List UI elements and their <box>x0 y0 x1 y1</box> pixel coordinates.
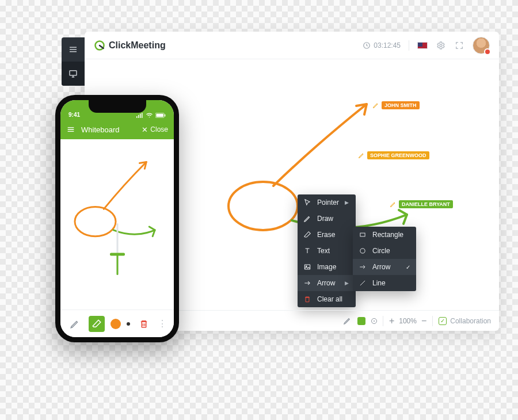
phone-time: 9:41 <box>68 112 80 118</box>
tool-draw[interactable]: Draw <box>298 211 356 227</box>
hamburger-icon[interactable] <box>66 125 75 134</box>
battery-icon <box>155 113 166 118</box>
phone-screen: 9:41 Whiteboard ✕ Close <box>60 100 174 337</box>
phone-notch <box>89 100 146 113</box>
pencil-icon <box>303 215 311 223</box>
phone-header: Whiteboard ✕ Close <box>60 120 174 139</box>
participant-name: SOPHIE GREENWOOD <box>367 151 429 159</box>
phone-stroke-size[interactable] <box>127 322 130 326</box>
phone-header-title: Whiteboard <box>81 125 142 134</box>
svg-line-19 <box>360 281 365 285</box>
tools-menu: Pointer ▶ Draw Erase Text Image Arrow <box>298 194 356 307</box>
circle-icon <box>359 247 367 255</box>
topbar-right: 03:12:45 <box>363 37 490 54</box>
zoom-controls: + 100% − <box>389 316 426 326</box>
chevron-right-icon: ▶ <box>345 200 349 205</box>
status-indicator <box>484 48 491 55</box>
stroke-slider[interactable] <box>110 223 125 275</box>
close-icon: ✕ <box>142 125 148 134</box>
phone-mockup: 9:41 Whiteboard ✕ Close <box>55 95 179 342</box>
phone-color-orange[interactable] <box>111 319 121 329</box>
close-label: Close <box>150 125 168 133</box>
shape-label: Line <box>372 279 386 287</box>
tool-clear-all[interactable]: Clear all <box>298 291 356 307</box>
svg-rect-22 <box>140 114 141 119</box>
svg-point-17 <box>360 249 365 253</box>
shape-label: Rectangle <box>372 231 403 239</box>
sidebar-menu-button[interactable] <box>62 37 85 62</box>
language-flag-us[interactable] <box>417 42 428 49</box>
settings-button[interactable] <box>436 40 446 51</box>
svg-rect-23 <box>142 113 143 118</box>
wifi-icon <box>146 113 153 118</box>
signal-icon <box>136 113 143 118</box>
tool-label: Draw <box>317 215 333 223</box>
tool-label: Image <box>317 263 336 271</box>
phone-tool-clear[interactable] <box>136 316 152 332</box>
svg-rect-16 <box>360 233 365 236</box>
collaboration-toggle[interactable]: ✓ Collaboration <box>439 317 491 325</box>
sidebar-whiteboard-button[interactable] <box>62 62 85 86</box>
pencil-icon <box>358 152 365 159</box>
svg-rect-21 <box>138 115 139 118</box>
shape-rectangle[interactable]: Rectangle <box>353 227 416 243</box>
svg-rect-26 <box>156 114 163 117</box>
tool-arrow[interactable]: Arrow ▶ <box>298 275 356 291</box>
image-icon <box>303 263 311 271</box>
stroke-width-button[interactable] <box>371 318 377 324</box>
tool-label: Arrow <box>317 279 335 287</box>
shape-circle[interactable]: Circle <box>353 243 416 259</box>
zoom-out-button[interactable]: − <box>421 316 426 326</box>
shape-label: Arrow <box>372 263 390 271</box>
tool-pointer[interactable]: Pointer ▶ <box>298 194 356 211</box>
phone-tool-pencil[interactable] <box>67 316 83 332</box>
expand-icon <box>455 41 464 50</box>
participant-name: DANIELLE BRYANT <box>399 200 453 208</box>
divider <box>432 316 433 326</box>
brand: ClickMeeting <box>94 40 166 51</box>
participant-label: SOPHIE GREENWOOD <box>358 151 429 159</box>
divider <box>383 316 383 326</box>
svg-rect-27 <box>165 114 165 116</box>
chevron-right-icon: ▶ <box>345 280 349 286</box>
eraser-icon <box>303 231 311 239</box>
timer-value: 03:12:45 <box>374 41 401 49</box>
arrow-icon <box>359 263 367 271</box>
topbar: ClickMeeting 03:12:45 <box>85 32 499 59</box>
rectangle-icon <box>359 231 367 239</box>
tool-label: Clear all <box>317 295 342 303</box>
participant-label: JOHN SMITH <box>372 101 420 109</box>
shape-submenu: Rectangle Circle Arrow ✓ Line <box>353 227 416 291</box>
user-avatar[interactable] <box>473 37 490 54</box>
slider-fill <box>116 254 118 275</box>
brand-logo-icon <box>94 40 105 51</box>
check-icon: ✓ <box>406 264 410 270</box>
phone-whiteboard-canvas[interactable] <box>60 139 174 310</box>
phone-tool-eraser[interactable] <box>89 316 105 332</box>
phone-more-button[interactable]: ⋮ <box>158 318 167 329</box>
collaboration-label: Collaboration <box>450 317 491 325</box>
shape-arrow[interactable]: Arrow ✓ <box>353 259 416 275</box>
shape-line[interactable]: Line <box>353 275 416 291</box>
tool-label: Pointer <box>317 198 339 207</box>
trash-icon <box>139 319 149 329</box>
pencil-icon <box>372 102 379 109</box>
tool-text[interactable]: Text <box>298 243 356 259</box>
draw-tool-button[interactable] <box>343 316 352 325</box>
zoom-in-button[interactable]: + <box>389 316 394 326</box>
brand-name: ClickMeeting <box>109 40 166 51</box>
svg-rect-15 <box>306 297 309 302</box>
pencil-icon <box>390 201 397 208</box>
phone-close-button[interactable]: ✕ Close <box>142 125 168 134</box>
tool-erase[interactable]: Erase <box>298 227 356 243</box>
slider-thumb[interactable] <box>110 253 125 256</box>
tool-image[interactable]: Image <box>298 259 356 275</box>
arrow-icon <box>303 279 311 287</box>
color-picker-button[interactable] <box>357 317 365 325</box>
svg-rect-32 <box>142 322 146 327</box>
fullscreen-button[interactable] <box>454 40 464 51</box>
svg-rect-3 <box>70 71 77 75</box>
participant-name: JOHN SMITH <box>382 101 420 109</box>
participant-label: DANIELLE BRYANT <box>390 200 453 208</box>
svg-point-9 <box>228 182 298 230</box>
